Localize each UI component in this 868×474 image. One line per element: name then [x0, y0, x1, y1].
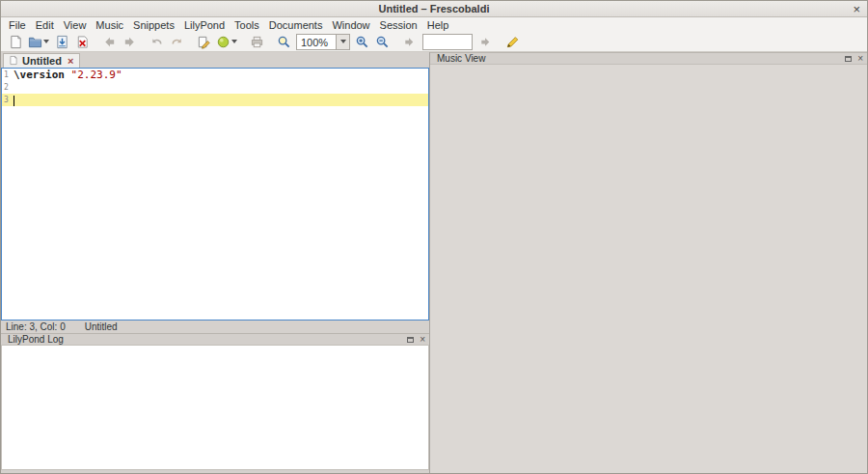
menu-music[interactable]: Music: [91, 18, 128, 32]
engrave-dropdown-caret-icon: [231, 40, 237, 43]
tab-label: Untitled: [22, 55, 62, 67]
menu-documents[interactable]: Documents: [264, 18, 328, 32]
lilypond-log-content: [1, 346, 429, 470]
music-view-header: Music View ×: [430, 52, 867, 65]
next-page-arrow-icon: [402, 35, 417, 49]
document-tab-bar: Untitled ×: [1, 52, 429, 68]
cursor-position: Line: 3, Col: 0: [1, 321, 66, 332]
editor-column: Untitled × 1 \version "2.23.9" 2 3: [1, 52, 429, 473]
menu-edit[interactable]: Edit: [31, 18, 59, 32]
print-button[interactable]: [247, 33, 266, 51]
new-document-button[interactable]: [6, 33, 25, 51]
open-document-button[interactable]: [26, 33, 51, 51]
highlight-button[interactable]: [502, 33, 522, 51]
engrave-button[interactable]: [214, 33, 239, 51]
version-string: "2.23.9": [71, 69, 122, 81]
edit-pencil-icon: [197, 35, 211, 49]
zoom-combobox[interactable]: 100%: [296, 34, 350, 50]
zoom-dropdown-button[interactable]: [336, 35, 349, 49]
frescobaldi-window: Untitled – Frescobaldi × File Edit View …: [0, 0, 868, 474]
close-panel-button[interactable]: ×: [857, 54, 863, 64]
next-page-button[interactable]: [399, 33, 419, 51]
float-panel-icon: [407, 337, 414, 343]
keyword-version: \version: [14, 69, 65, 81]
line-number: 3: [2, 94, 14, 106]
lilypond-log-panel: LilyPond Log ×: [1, 333, 429, 470]
line-number: 1: [2, 69, 14, 81]
tab-close-icon[interactable]: ×: [68, 56, 73, 66]
main-area: Untitled × 1 \version "2.23.9" 2 3: [1, 52, 867, 473]
back-arrow-icon: [102, 35, 117, 49]
open-dropdown-caret-icon: [43, 40, 49, 43]
menu-session[interactable]: Session: [375, 18, 422, 32]
tab-untitled[interactable]: Untitled ×: [3, 53, 80, 68]
lilypond-ball-icon: [216, 35, 231, 49]
forward-arrow-icon: [122, 35, 137, 49]
magnifier-icon: [277, 35, 291, 49]
music-view-content: [430, 65, 867, 473]
text-cursor: [14, 96, 14, 106]
zoom-out-button[interactable]: [372, 33, 392, 51]
new-document-icon: [9, 35, 23, 49]
status-document-name: Untitled: [85, 321, 118, 332]
save-icon: [55, 35, 69, 49]
menu-help[interactable]: Help: [422, 18, 454, 32]
music-view-title: Music View: [434, 53, 839, 64]
float-panel-icon: [845, 56, 852, 62]
go-back-button[interactable]: [99, 33, 119, 51]
lilypond-log-title: LilyPond Log: [5, 334, 401, 345]
menu-tools[interactable]: Tools: [230, 18, 264, 32]
menu-snippets[interactable]: Snippets: [128, 18, 179, 32]
window-title: Untitled – Frescobaldi: [379, 3, 490, 14]
menu-lilypond[interactable]: LilyPond: [179, 18, 230, 32]
zoom-in-button[interactable]: [352, 33, 371, 51]
line-number: 2: [2, 81, 14, 94]
code-line-2: 2: [2, 81, 428, 94]
edit-in-place-button[interactable]: [194, 33, 213, 51]
code-line-3-current: 3: [2, 94, 428, 106]
redo-button[interactable]: [167, 33, 186, 51]
zoom-music-button[interactable]: [274, 33, 293, 51]
window-close-button[interactable]: ×: [853, 2, 860, 16]
code-editor[interactable]: 1 \version "2.23.9" 2 3: [1, 68, 429, 321]
float-panel-button[interactable]: [845, 56, 852, 62]
status-bar: Line: 3, Col: 0 Untitled: [1, 321, 429, 333]
jump-to-cursor-button[interactable]: [475, 33, 495, 51]
go-forward-button[interactable]: [120, 33, 139, 51]
zoom-in-icon: [355, 35, 369, 49]
menu-window[interactable]: Window: [327, 18, 374, 32]
code-line-1: 1 \version "2.23.9": [2, 69, 428, 81]
zoom-dropdown-caret-icon: [340, 40, 346, 43]
printer-icon: [250, 35, 264, 49]
menu-view[interactable]: View: [59, 18, 92, 32]
zoom-level-value: 100%: [297, 35, 336, 49]
float-panel-button[interactable]: [407, 337, 414, 343]
jump-arrow-icon: [478, 35, 493, 49]
music-view-panel: Music View ×: [429, 52, 867, 473]
titlebar: Untitled – Frescobaldi ×: [1, 1, 867, 17]
toolbar: 100%: [1, 32, 867, 52]
document-icon: [9, 55, 18, 66]
close-document-button[interactable]: [72, 33, 92, 51]
lilypond-log-header: LilyPond Log ×: [1, 333, 429, 346]
yellow-pencil-icon: [505, 35, 520, 49]
page-number-input[interactable]: [422, 34, 473, 50]
redo-icon: [170, 35, 184, 49]
open-folder-icon: [28, 35, 42, 49]
close-panel-button[interactable]: ×: [420, 335, 425, 345]
save-document-button[interactable]: [52, 33, 71, 51]
menu-file[interactable]: File: [4, 18, 31, 32]
menubar: File Edit View Music Snippets LilyPond T…: [1, 17, 867, 32]
zoom-out-icon: [375, 35, 390, 49]
close-document-icon: [75, 35, 90, 49]
undo-icon: [149, 35, 164, 49]
undo-button[interactable]: [147, 33, 166, 51]
